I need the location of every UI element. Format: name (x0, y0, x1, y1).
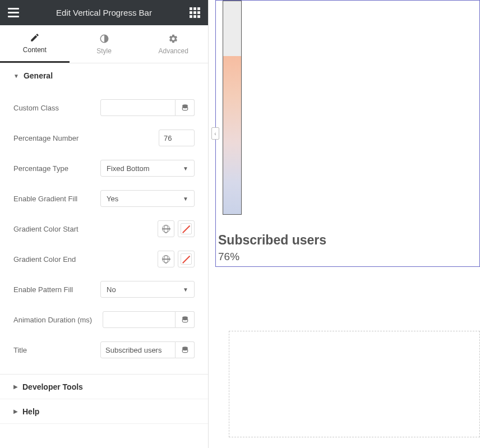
dynamic-tags-button[interactable] (176, 311, 195, 328)
preview-canvas: ‹ Subscribed users 76% (209, 0, 480, 448)
controls-panel: ▼ General Custom Class Percentage Number (0, 63, 208, 448)
apps-grid-icon[interactable] (187, 5, 202, 21)
section-developer-tools-title: Developer Tools (22, 382, 83, 391)
widget-selection-frame[interactable]: ‹ Subscribed users 76% (215, 0, 480, 267)
animation-duration-input[interactable] (103, 311, 176, 328)
tab-style-label: Style (96, 47, 112, 55)
color-picker-start[interactable] (178, 220, 195, 237)
globe-icon (162, 225, 170, 233)
database-icon (181, 104, 189, 112)
chevron-down-icon: ▼ (183, 287, 188, 293)
control-gradient-start: Gradient Color Start (13, 214, 195, 244)
enable-gradient-value: Yes (107, 195, 118, 203)
percentage-type-label: Percentage Type (13, 164, 100, 173)
color-picker-end[interactable] (178, 251, 195, 267)
editor-tabs: Content Style Advanced (0, 25, 208, 63)
tab-content[interactable]: Content (0, 25, 70, 63)
pencil-icon (30, 33, 40, 43)
header-title: Edit Vertical Progress Bar (21, 8, 187, 17)
section-developer-tools-header[interactable]: ▶ Developer Tools (0, 375, 208, 399)
caret-down-icon: ▼ (13, 73, 19, 79)
section-help-title: Help (22, 407, 39, 416)
dynamic-tags-button[interactable] (176, 341, 195, 358)
global-color-button[interactable] (158, 251, 174, 267)
dynamic-tags-button[interactable] (176, 99, 195, 116)
control-title: Title (13, 335, 195, 365)
drag-handle-left[interactable]: ‹ (211, 127, 219, 140)
section-general-title: General (24, 71, 53, 80)
enable-pattern-value: No (107, 285, 116, 294)
animation-duration-label: Animation Duration (ms) (13, 316, 103, 324)
caret-right-icon: ▶ (13, 384, 18, 390)
progress-bar-fill (223, 56, 241, 214)
control-percentage-type: Percentage Type Fixed Bottom ▼ (13, 153, 195, 183)
title-label: Title (13, 346, 100, 354)
progress-bar-percent: 76% (218, 251, 239, 263)
section-general-header[interactable]: ▼ General (0, 63, 208, 88)
control-animation-duration: Animation Duration (ms) (13, 304, 195, 335)
section-general-body: Custom Class Percentage Number Percentag… (0, 88, 208, 375)
enable-pattern-label: Enable Pattern Fill (13, 285, 100, 294)
enable-gradient-label: Enable Gradient Fill (13, 195, 100, 203)
control-percentage-number: Percentage Number (13, 123, 195, 153)
percentage-number-input[interactable] (159, 130, 195, 146)
percentage-type-value: Fixed Bottom (107, 164, 150, 173)
control-custom-class: Custom Class (13, 93, 195, 123)
chevron-down-icon: ▼ (183, 196, 188, 202)
percentage-number-label: Percentage Number (13, 134, 159, 142)
contrast-icon (99, 34, 109, 44)
tab-advanced[interactable]: Advanced (139, 25, 208, 63)
caret-right-icon: ▶ (13, 408, 18, 414)
no-color-icon (181, 223, 192, 234)
progress-bar-track (223, 1, 242, 215)
chevron-down-icon: ▼ (183, 165, 188, 172)
database-icon (181, 316, 189, 324)
control-enable-pattern: Enable Pattern Fill No ▼ (13, 274, 195, 304)
custom-class-label: Custom Class (13, 104, 100, 112)
tab-advanced-label: Advanced (158, 47, 188, 55)
database-icon (181, 346, 189, 354)
section-help-header[interactable]: ▶ Help (0, 399, 208, 424)
enable-gradient-select[interactable]: Yes ▼ (100, 190, 195, 207)
percentage-type-select[interactable]: Fixed Bottom ▼ (100, 160, 195, 177)
empty-section-placeholder[interactable] (229, 331, 480, 437)
hamburger-menu-icon[interactable] (6, 5, 21, 21)
custom-class-input[interactable] (100, 99, 176, 116)
title-input[interactable] (100, 341, 176, 358)
tab-content-label: Content (23, 46, 47, 54)
control-gradient-end: Gradient Color End (13, 244, 195, 274)
globe-icon (162, 255, 170, 263)
gradient-end-label: Gradient Color End (13, 255, 158, 264)
gear-icon (168, 34, 178, 44)
no-color-icon (181, 253, 192, 265)
editor-sidebar: Edit Vertical Progress Bar Content Style… (0, 0, 209, 448)
progress-bar-title: Subscribed users (218, 233, 326, 248)
tab-style[interactable]: Style (70, 25, 139, 63)
global-color-button[interactable] (158, 220, 174, 237)
control-enable-gradient: Enable Gradient Fill Yes ▼ (13, 183, 195, 214)
enable-pattern-select[interactable]: No ▼ (100, 281, 195, 298)
gradient-start-label: Gradient Color Start (13, 225, 158, 233)
editor-header: Edit Vertical Progress Bar (0, 0, 208, 25)
